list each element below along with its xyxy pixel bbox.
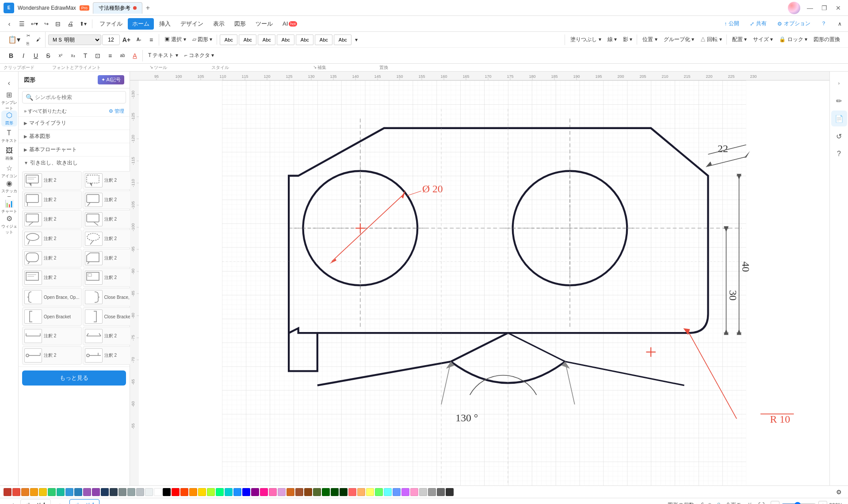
- right-panel-help-button[interactable]: ?: [831, 146, 847, 162]
- font-family-select[interactable]: ＭＳ 明朝: [48, 34, 101, 45]
- shape-item-callout-5[interactable]: 注釈 2: [22, 210, 82, 229]
- nav-text-button[interactable]: T テキスト: [1, 128, 17, 144]
- close-button[interactable]: ✕: [832, 4, 844, 12]
- shape-item-callout-7[interactable]: 注釈 2: [22, 229, 82, 248]
- print-button[interactable]: 🖨: [65, 18, 76, 30]
- menu-file[interactable]: ファイル: [95, 18, 127, 30]
- move-left-button[interactable]: ◁: [5, 500, 17, 504]
- color-swatch-15[interactable]: [136, 488, 144, 496]
- color-swatch-45[interactable]: [401, 488, 409, 496]
- nav-back-button[interactable]: ‹: [4, 18, 15, 30]
- export-button[interactable]: ⬆▾: [77, 19, 89, 28]
- symbol-search-input[interactable]: [22, 91, 126, 103]
- color-swatch-5[interactable]: [48, 488, 56, 496]
- basic-shapes-header[interactable]: ▶ 基本図形: [19, 130, 130, 143]
- nav-icon-button[interactable]: ☆ アイコン: [1, 164, 17, 179]
- ab-button[interactable]: ab: [117, 50, 128, 61]
- color-swatch-30[interactable]: [269, 488, 277, 496]
- menu-design[interactable]: デザイン: [176, 18, 208, 30]
- color-swatch-40[interactable]: [357, 488, 365, 496]
- select-button[interactable]: ▣ 選択 ▾: [162, 34, 189, 45]
- style-preset-7[interactable]: Abc: [334, 34, 351, 45]
- sidebar-collapse-button[interactable]: ☰: [16, 18, 27, 30]
- color-swatch-32[interactable]: [286, 488, 294, 496]
- right-panel-edit-button[interactable]: ✏: [831, 93, 847, 109]
- format-copy-button[interactable]: 🖌: [34, 36, 43, 43]
- color-swatch-3[interactable]: [30, 488, 38, 496]
- share-button[interactable]: ⤢ 共有: [746, 18, 770, 29]
- color-swatch-29[interactable]: [260, 488, 268, 496]
- style-preset-3[interactable]: Abc: [258, 34, 275, 45]
- paste-button[interactable]: 📋▾: [5, 34, 23, 45]
- options-button[interactable]: ⚙ オプション: [774, 18, 814, 29]
- color-swatch-38[interactable]: [340, 488, 348, 496]
- canvas-content[interactable]: Ø 20 22 40: [139, 80, 829, 485]
- italic-button[interactable]: I: [18, 50, 29, 61]
- superscript-button[interactable]: x²: [55, 50, 66, 61]
- underline-button[interactable]: U: [30, 50, 42, 61]
- nav-template-button[interactable]: ⊞ テンプレート: [1, 93, 17, 109]
- color-swatch-35[interactable]: [313, 488, 321, 496]
- color-settings-button[interactable]: ⚙: [833, 486, 844, 498]
- collapse-ribbon-button[interactable]: ∧: [835, 19, 844, 28]
- minimize-button[interactable]: —: [804, 4, 816, 12]
- color-swatch-25[interactable]: [225, 488, 233, 496]
- shape-item-callout-13[interactable]: 注釈 2: [22, 327, 82, 345]
- help-button[interactable]: ？: [817, 18, 830, 29]
- color-swatch-10[interactable]: [92, 488, 100, 496]
- color-swatch-6[interactable]: [57, 488, 65, 496]
- color-swatch-27[interactable]: [242, 488, 250, 496]
- menu-view[interactable]: 表示: [209, 18, 229, 30]
- redo-button[interactable]: ↪: [42, 19, 51, 28]
- text-align-button[interactable]: ≡: [145, 34, 157, 46]
- zoom-in-button[interactable]: +: [818, 501, 827, 504]
- color-swatch-16[interactable]: [145, 488, 153, 496]
- shadow-button[interactable]: 影 ▾: [620, 34, 635, 45]
- right-panel-collapse-button[interactable]: ›: [831, 75, 847, 91]
- menu-shapes[interactable]: 図形: [230, 18, 250, 30]
- color-swatch-44[interactable]: [393, 488, 401, 496]
- text-tool-button[interactable]: T テキスト ▾: [145, 50, 181, 61]
- color-swatch-33[interactable]: [295, 488, 303, 496]
- shape-item-callout-1[interactable]: 注釈 2: [22, 171, 82, 190]
- color-swatch-39[interactable]: [348, 488, 356, 496]
- arrange-button[interactable]: 配置 ▾: [730, 34, 749, 45]
- color-swatch-12[interactable]: [110, 488, 118, 496]
- manage-button[interactable]: ⚙ 管理: [109, 108, 124, 115]
- color-swatch-11[interactable]: [101, 488, 109, 496]
- color-swatch-21[interactable]: [189, 488, 197, 496]
- maximize-button[interactable]: ❐: [818, 4, 830, 12]
- color-swatch-7[interactable]: [65, 488, 73, 496]
- position-button[interactable]: 位置 ▾: [640, 34, 660, 45]
- ai-symbol-button[interactable]: ✦ AI記号: [98, 75, 124, 84]
- bold-button[interactable]: B: [5, 50, 17, 61]
- style-preset-2[interactable]: Abc: [239, 34, 256, 45]
- menu-tools[interactable]: ツール: [251, 18, 277, 30]
- publish-button[interactable]: ↑ 公開: [721, 18, 743, 29]
- page-tab-1[interactable]: ページ-1: [20, 499, 51, 504]
- nav-shapes-button[interactable]: ⬡ 図形: [1, 111, 17, 126]
- color-swatch-31[interactable]: [278, 488, 286, 496]
- styles-expand-button[interactable]: ▾: [352, 35, 360, 44]
- my-library-header[interactable]: ▶ マイライブラリ: [19, 117, 130, 130]
- color-swatch-14[interactable]: [127, 488, 135, 496]
- basic-flowchart-header[interactable]: ▶ 基本フローチャート: [19, 143, 130, 156]
- color-swatch-23[interactable]: [207, 488, 215, 496]
- subscript-button[interactable]: x₂: [67, 50, 79, 61]
- zoom-slider[interactable]: [781, 502, 817, 504]
- color-swatch-36[interactable]: [322, 488, 330, 496]
- current-page-tab[interactable]: ページ-1: [69, 499, 100, 504]
- grow-font-button[interactable]: A+: [121, 34, 132, 46]
- shape-item-callout-9[interactable]: 注釈 2: [22, 249, 82, 267]
- color-swatch-19[interactable]: [172, 488, 180, 496]
- color-swatch-1[interactable]: [12, 488, 20, 496]
- add-page-button[interactable]: +: [54, 500, 66, 504]
- color-swatch-20[interactable]: [180, 488, 188, 496]
- color-swatch-47[interactable]: [419, 488, 427, 496]
- shape-item-open-bracket[interactable]: Open Bracket: [22, 307, 82, 326]
- color-swatch-22[interactable]: [198, 488, 206, 496]
- color-swatch-48[interactable]: [428, 488, 436, 496]
- strikethrough-button[interactable]: S: [42, 50, 54, 61]
- color-swatch-43[interactable]: [384, 488, 392, 496]
- collapse-all-button[interactable]: » すべて折りたたむ: [24, 108, 67, 115]
